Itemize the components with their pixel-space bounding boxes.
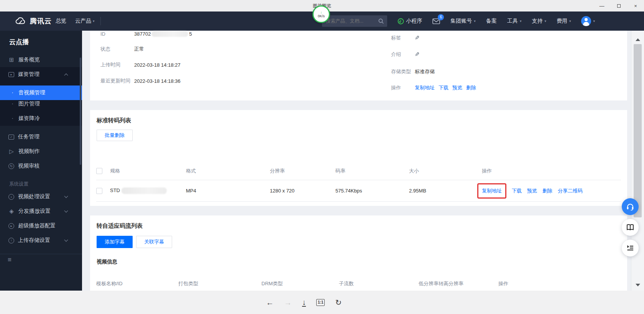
adaptive-list-card: 转自适应码流列表 添加字幕 关联字幕 视频信息 模板名称/ID 打包类型 DRM… bbox=[90, 215, 627, 291]
bitrate-cell: 575.74Kbps bbox=[335, 188, 409, 194]
nav-group-account[interactable]: 集团账号 ▾ bbox=[450, 18, 476, 25]
sidebar-item-task-management[interactable]: ✓ 任务管理 bbox=[0, 130, 82, 144]
nav-miniprogram[interactable]: 小程序 bbox=[398, 18, 422, 25]
viewer-forward-button[interactable]: → bbox=[284, 299, 292, 306]
batch-delete-button[interactable]: 批量删除 bbox=[97, 130, 133, 141]
delete-link[interactable]: 删除 bbox=[466, 84, 476, 91]
minimize-icon: — bbox=[600, 3, 605, 9]
scroll-down-arrow[interactable] bbox=[636, 284, 640, 289]
download-link[interactable]: 下载 bbox=[439, 84, 449, 91]
sidebar-scrollbar-thumb[interactable] bbox=[80, 58, 81, 165]
copy-url-link[interactable]: 复制地址 bbox=[482, 187, 502, 194]
share-qrcode-link[interactable]: 分享二维码 bbox=[558, 187, 583, 194]
sidebar-item-distribution-playback-settings[interactable]: ◈ 分发播放设置 bbox=[0, 204, 82, 219]
select-all-checkbox[interactable] bbox=[96, 168, 102, 174]
nav-mail[interactable]: 6 bbox=[432, 18, 440, 24]
maximize-icon bbox=[617, 4, 621, 8]
chevron-down-icon bbox=[64, 238, 68, 242]
nav-overview[interactable]: 总览 bbox=[56, 12, 66, 31]
status-value: 正常 bbox=[134, 46, 144, 53]
sidebar-item-media-cooling[interactable]: · 媒资降冷 bbox=[0, 111, 82, 126]
edit-pencil-icon[interactable]: ✎ bbox=[415, 51, 420, 58]
close-icon: × bbox=[634, 3, 637, 9]
preview-link[interactable]: 预览 bbox=[527, 187, 537, 194]
product-title: 云点播 bbox=[9, 38, 29, 46]
nav-right-group: 小程序 6 集团账号 ▾ 备案 工具 ▾ 支持 ▾ bbox=[398, 12, 595, 31]
field-storage-type: 存储类型 标准存储 bbox=[391, 68, 435, 76]
nav-tools[interactable]: 工具 ▾ bbox=[507, 18, 522, 25]
nav-billing[interactable]: 费用 ▾ bbox=[557, 18, 571, 25]
book-icon bbox=[626, 223, 635, 232]
feedback-button[interactable] bbox=[622, 240, 639, 256]
viewer-back-button[interactable]: ← bbox=[266, 299, 274, 306]
field-tags: 标签 ✎ bbox=[391, 34, 420, 42]
nav-products[interactable]: 云产品 ▾ bbox=[75, 12, 95, 31]
sidebar-item-video-processing-settings[interactable]: • 视频处理设置 bbox=[0, 189, 82, 204]
video-info-label: 视频信息 bbox=[97, 258, 117, 265]
miniprogram-icon bbox=[398, 18, 404, 25]
caret-down-icon: ▾ bbox=[520, 19, 522, 23]
scrollbar-thumb[interactable] bbox=[634, 44, 642, 217]
upload-icon: ↑ bbox=[8, 238, 14, 243]
chevron-down-icon bbox=[64, 209, 68, 213]
row-checkbox[interactable] bbox=[96, 188, 102, 194]
sidebar-item-super-player-config[interactable]: ▸ 超级播放器配置 bbox=[0, 219, 82, 233]
download-link[interactable]: 下载 bbox=[512, 187, 522, 194]
maximize-button[interactable] bbox=[610, 0, 627, 12]
field-upload-time: 上传时间 2022-03-18 14:18:27 bbox=[100, 61, 181, 69]
viewer-download-button[interactable]: ↓ bbox=[302, 298, 306, 307]
nav-divider bbox=[100, 17, 101, 25]
chevron-up-icon bbox=[64, 74, 68, 77]
review-icon: ↻ bbox=[8, 163, 14, 169]
transcode-list-title: 标准转码列表 bbox=[97, 117, 131, 124]
avatar bbox=[581, 16, 591, 26]
nav-account[interactable]: ▾ bbox=[581, 16, 595, 26]
docs-button[interactable] bbox=[622, 219, 639, 236]
edit-pencil-icon[interactable]: ✎ bbox=[415, 35, 420, 41]
player-icon: ▸ bbox=[8, 223, 14, 229]
format-cell: MP4 bbox=[186, 188, 270, 194]
nav-beian[interactable]: 备案 bbox=[486, 18, 497, 25]
link-subtitle-button[interactable]: 关联字幕 bbox=[136, 236, 172, 248]
sidebar-item-video-production[interactable]: ▷ 视频制作 bbox=[0, 144, 82, 159]
scroll-up-arrow[interactable] bbox=[636, 36, 640, 41]
sidebar-item-video-review[interactable]: ↻ 视频审核 bbox=[0, 159, 82, 173]
row-actions: 复制地址 下载 预览 删除 分享二维码 bbox=[482, 183, 621, 199]
brand-logo[interactable]: 腾讯云 bbox=[15, 12, 52, 31]
size-cell: 2.95MB bbox=[409, 188, 482, 194]
caret-down-icon: ▾ bbox=[593, 19, 595, 23]
viewer-rotate-button[interactable]: ↻ bbox=[335, 299, 342, 306]
preview-link[interactable]: 预览 bbox=[452, 84, 462, 91]
chevron-down-icon bbox=[64, 194, 68, 198]
adaptive-table-header: 模板名称/ID 打包类型 DRM类型 子流数 低分辨率转高分辨率 操作 bbox=[96, 276, 621, 291]
bullet-icon: · bbox=[12, 117, 15, 120]
console-page: 云点播 ⊞ 服务概览 ▸ 媒资管理 · 音视频管理 · 图片管理 · 媒资 bbox=[0, 31, 644, 291]
window-controls: — × bbox=[593, 0, 644, 12]
media-icon: ▸ bbox=[8, 72, 14, 77]
minimize-button[interactable]: — bbox=[593, 0, 610, 12]
bullet-icon: · bbox=[12, 102, 15, 106]
sidebar-collapse-icon[interactable]: ≡ bbox=[8, 256, 12, 264]
search-icon[interactable] bbox=[378, 18, 384, 24]
add-subtitle-button[interactable]: 添加字幕 bbox=[97, 236, 133, 248]
transcode-list-card: 标准转码列表 批量删除 规格 格式 分辨率 码率 大小 操作 STD MP4 1… bbox=[90, 110, 627, 206]
copy-url-link[interactable]: 复制地址 bbox=[415, 84, 435, 91]
sidebar-item-media-management[interactable]: ▸ 媒资管理 bbox=[0, 67, 82, 82]
delete-link[interactable]: 删除 bbox=[542, 187, 552, 194]
network-speed-overlay[interactable]: ↓ 0K/s bbox=[312, 5, 330, 23]
search-input[interactable] bbox=[322, 18, 378, 24]
processing-icon: • bbox=[8, 194, 14, 200]
speed-value: 0K/s bbox=[318, 14, 325, 18]
close-button[interactable]: × bbox=[627, 0, 644, 12]
highlight-box: 复制地址 bbox=[477, 183, 506, 199]
sidebar-item-image-management[interactable]: · 图片管理 bbox=[0, 97, 82, 111]
caret-down-icon: ▾ bbox=[474, 19, 476, 23]
nav-support[interactable]: 支持 ▾ bbox=[532, 18, 546, 25]
customer-service-button[interactable] bbox=[622, 198, 639, 215]
sidebar-item-service-overview[interactable]: ⊞ 服务概览 bbox=[0, 53, 82, 67]
download-arrow-icon: ↓ bbox=[320, 11, 322, 14]
sidebar-item-upload-storage-settings[interactable]: ↑ 上传存储设置 bbox=[0, 233, 82, 248]
sidebar-section-system-settings: 系统设置 bbox=[9, 181, 28, 187]
headset-icon bbox=[626, 202, 635, 211]
viewer-actual-size-button[interactable]: 1:1 bbox=[316, 299, 325, 306]
